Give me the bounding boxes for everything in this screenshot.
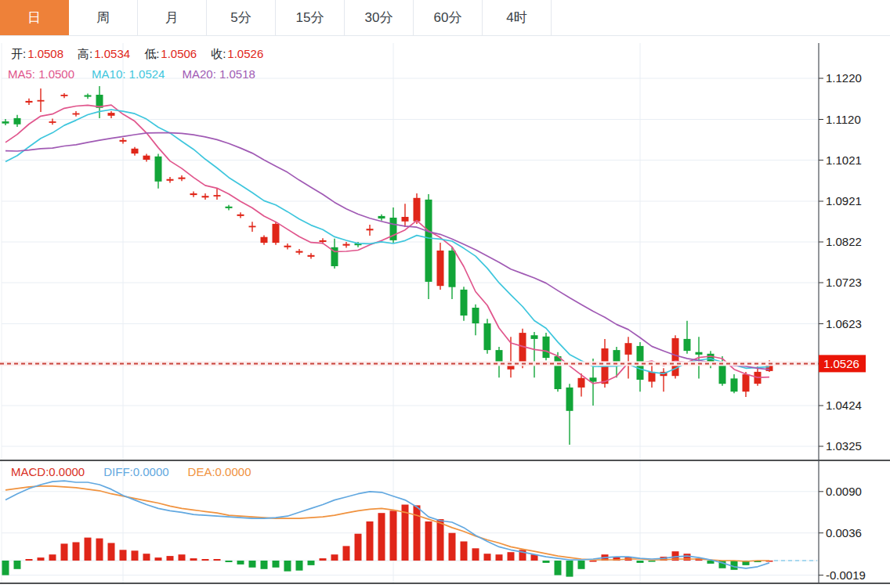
candle-body: [308, 255, 315, 257]
tab-5min[interactable]: 5分: [207, 0, 276, 35]
macd-bar: [214, 559, 221, 561]
macd-bar: [26, 559, 33, 561]
macd-bar: [308, 561, 315, 565]
macd-bar: [578, 561, 585, 569]
candle-body: [38, 100, 45, 102]
candle-body: [649, 372, 656, 382]
macd-bar: [543, 561, 550, 563]
tab-label: 5分: [230, 9, 251, 27]
macd-bar: [143, 554, 150, 561]
macd-bar: [437, 519, 444, 561]
macd-bar: [179, 554, 186, 561]
macd-bar: [649, 561, 656, 562]
candle-body: [237, 215, 244, 216]
tab-day[interactable]: 日: [0, 0, 69, 35]
macd-bar: [132, 550, 139, 561]
timeframe-tabs: 日 周 月 5分 15分 30分 60分 4时: [0, 0, 890, 36]
macd-bar: [508, 552, 515, 561]
tab-30min[interactable]: 30分: [345, 0, 414, 35]
candle-body: [273, 224, 280, 243]
chart-svg[interactable]: 1.12201.11201.10211.09211.08221.07231.06…: [0, 36, 890, 588]
candle-body: [519, 333, 526, 366]
price-axis-label: 1.1220: [826, 71, 862, 85]
candle-body: [402, 217, 409, 222]
macd-bar: [566, 561, 573, 577]
tab-label: 30分: [365, 9, 393, 27]
candle-body: [743, 374, 750, 391]
macd-axis-label: -0.0019: [826, 568, 866, 582]
candle-body: [531, 335, 538, 339]
macd-legend: MACD:0.0000DIFF:0.0000DEA:0.0000: [11, 464, 251, 480]
candle-body: [343, 244, 350, 246]
macd-bar: [284, 561, 291, 572]
tab-month[interactable]: 月: [138, 0, 207, 35]
macd-bar: [414, 505, 421, 561]
tab-label: 周: [96, 9, 110, 27]
macd-bar: [38, 557, 45, 561]
candle-body: [61, 95, 68, 96]
macd-axis-label: 0.0036: [826, 526, 862, 539]
macd-bar: [590, 561, 597, 562]
ma10-legend: MA10: 1.0524: [92, 67, 165, 81]
macd-bar: [273, 561, 280, 568]
candle-body: [461, 290, 468, 316]
macd-bar: [472, 548, 479, 561]
dea-value-legend: DEA:0.0000: [188, 465, 251, 478]
candle-body: [155, 157, 162, 182]
macd-bar: [49, 554, 56, 561]
low-label: 低:: [144, 47, 159, 60]
tab-label: 日: [27, 9, 41, 27]
tab-15min[interactable]: 15分: [276, 0, 345, 35]
tab-label: 60分: [434, 9, 462, 27]
macd-bar: [496, 554, 503, 561]
macd-bar: [425, 521, 432, 561]
candle-body: [49, 121, 56, 123]
macd-bar: [343, 546, 350, 561]
tab-week[interactable]: 周: [69, 0, 138, 35]
macd-bar: [331, 554, 338, 561]
ma5-legend: MA5: 1.0500: [8, 67, 74, 81]
macd-bar: [484, 554, 491, 561]
candle-body: [249, 226, 256, 228]
macd-bar: [390, 510, 397, 561]
macd-bar: [237, 561, 244, 565]
open-value: 1.0508: [27, 47, 63, 60]
low-value: 1.0506: [161, 47, 197, 60]
candle-body: [120, 140, 127, 142]
close-label: 收:: [211, 47, 226, 60]
candle-body: [437, 251, 444, 286]
macd-bar: [320, 558, 327, 561]
tab-4hour[interactable]: 4时: [483, 0, 552, 35]
macd-axis-label: 0.0090: [826, 485, 862, 498]
macd-bar: [120, 550, 127, 561]
tab-label: 15分: [296, 9, 324, 27]
tab-60min[interactable]: 60分: [414, 0, 483, 35]
candle-body: [613, 350, 620, 362]
candle-body: [320, 240, 327, 242]
tab-label: 4时: [506, 9, 526, 27]
candle-body: [214, 195, 221, 197]
price-axis-label: 1.1120: [826, 113, 861, 126]
candle-body: [143, 156, 150, 160]
macd-bar: [249, 561, 256, 568]
candle-body: [167, 179, 174, 181]
macd-bar: [61, 543, 68, 561]
candle-body: [425, 200, 432, 282]
macd-bar: [449, 533, 456, 561]
ohlc-legend: 开:1.0508高:1.0534低:1.0506收:1.0526: [11, 46, 277, 62]
candle-body: [472, 308, 479, 323]
macd-bar: [378, 513, 385, 561]
ma20-legend: MA20: 1.0518: [182, 67, 255, 81]
macd-bar: [261, 561, 268, 569]
tab-label: 月: [165, 9, 179, 27]
price-axis-label: 1.0921: [826, 194, 862, 207]
macd-bar: [555, 561, 562, 575]
close-value: 1.0526: [227, 47, 263, 60]
macd-bar: [155, 557, 162, 561]
candle-body: [731, 378, 738, 391]
macd-bar: [96, 539, 103, 561]
ma5-line: [5, 105, 769, 384]
high-label: 高:: [78, 47, 92, 60]
ma20-line: [5, 133, 769, 370]
candle-body: [108, 113, 115, 116]
